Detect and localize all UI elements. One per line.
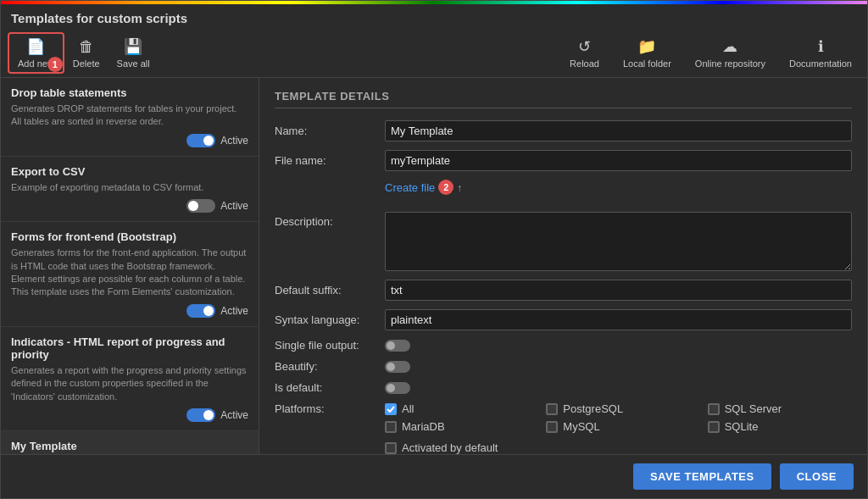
activated-by-default-label: Activated by default (402, 441, 498, 454)
single-file-output-toggle[interactable] (385, 340, 410, 352)
template-desc: Generates a report with the progress and… (11, 364, 248, 403)
toggle-knob (203, 136, 214, 146)
active-label: Active (220, 200, 248, 212)
platform-item-mariadb[interactable]: MariaDB (385, 420, 529, 433)
default-suffix-input[interactable] (385, 280, 852, 301)
platform-item-sqlserver[interactable]: SQL Server (708, 402, 852, 415)
toggle-knob (387, 384, 395, 392)
name-label: Name: (275, 125, 385, 137)
single-file-output-row: Single file output: (275, 339, 852, 352)
beautify-label: Beautify: (275, 360, 385, 373)
platform-item-postgresql[interactable]: PostgreSQL (546, 402, 690, 415)
is-default-label: Is default: (275, 381, 385, 394)
default-suffix-label: Default suffix: (275, 284, 385, 297)
active-toggle[interactable] (186, 199, 215, 213)
reload-label: Reload (570, 58, 599, 69)
toggle-row: Active (11, 134, 248, 147)
toolbar-badge: 1 (47, 57, 63, 72)
save-templates-button[interactable]: SAVE TEMPLATES (633, 463, 771, 490)
local-folder-button[interactable]: 📁 Local folder (615, 34, 680, 72)
toggle-knob (387, 341, 395, 350)
delete-button[interactable]: 🗑 Delete (64, 35, 108, 72)
beautify-toggle[interactable] (385, 361, 410, 373)
toggle-knob (203, 410, 214, 420)
beautify-row: Beautify: (275, 360, 852, 373)
toolbar: 📄 Add new 1 🗑 Delete 💾 Save all ↺ Reload… (1, 29, 867, 78)
save-all-icon: 💾 (124, 37, 142, 56)
name-row: Name: (275, 120, 852, 141)
save-all-button[interactable]: 💾 Save all (108, 34, 159, 72)
create-file-label: Create file (385, 181, 435, 194)
list-item[interactable]: Forms for front-end (Bootstrap) Generate… (1, 222, 259, 327)
list-item[interactable]: My Template Active (1, 431, 259, 454)
activated-by-default-checkbox[interactable] (385, 442, 397, 454)
section-title: TEMPLATE DETAILS (275, 90, 852, 108)
filename-value: myTemplate (385, 150, 852, 171)
toggle-row: Active (11, 304, 248, 318)
platform-checkbox-sqlserver[interactable] (708, 403, 720, 415)
delete-label: Delete (73, 58, 100, 69)
create-file-link[interactable]: Create file 2 (385, 180, 453, 195)
toggle-knob (387, 363, 395, 371)
template-title: My Template (11, 440, 248, 452)
platform-checkbox-mariadb[interactable] (385, 421, 397, 433)
syntax-language-row: Syntax language: (275, 309, 852, 330)
documentation-label: Documentation (789, 58, 852, 69)
template-desc: Example of exporting metadata to CSV for… (11, 181, 248, 194)
dialog: Templates for custom scripts 📄 Add new 1… (0, 0, 868, 499)
syntax-language-input[interactable] (385, 309, 852, 330)
is-default-toggle[interactable] (385, 382, 410, 394)
list-item[interactable]: Export to CSV Example of exporting metad… (1, 157, 259, 222)
delete-icon: 🗑 (79, 38, 94, 56)
platform-checkbox-sqlite[interactable] (708, 421, 720, 433)
active-toggle[interactable] (186, 304, 215, 318)
main-content: Drop table statements Generates DROP sta… (1, 78, 867, 454)
active-toggle[interactable] (186, 134, 215, 147)
online-repository-button[interactable]: ☁ Online repository (687, 34, 774, 72)
single-file-output-label: Single file output: (275, 339, 385, 352)
online-repository-label: Online repository (695, 58, 765, 69)
local-folder-label: Local folder (623, 58, 671, 69)
activated-by-default-row: Activated by default (385, 441, 852, 454)
template-title: Forms for front-end (Bootstrap) (11, 230, 248, 243)
platform-label: PostgreSQL (563, 402, 623, 415)
toolbar-right: ↺ Reload 📁 Local folder ☁ Online reposit… (561, 34, 860, 72)
active-label: Active (220, 409, 248, 421)
platform-checkbox-all[interactable] (385, 403, 397, 415)
template-title: Drop table statements (11, 86, 248, 99)
list-item[interactable]: Drop table statements Generates DROP sta… (1, 78, 259, 157)
reload-button[interactable]: ↺ Reload (561, 34, 608, 72)
documentation-button[interactable]: ℹ Documentation (781, 34, 860, 72)
template-title: Indicators - HTML report of progress and… (11, 335, 248, 361)
platform-grid: All PostgreSQL SQL Server MariaDB (385, 402, 852, 433)
platforms-label: Platforms: (275, 402, 385, 415)
bottom-bar: SAVE TEMPLATES CLOSE (1, 454, 867, 498)
template-title: Export to CSV (11, 165, 248, 178)
name-input[interactable] (385, 120, 852, 141)
platform-checkbox-mysql[interactable] (546, 421, 558, 433)
add-new-icon: 📄 (26, 37, 45, 56)
description-input[interactable] (385, 212, 852, 271)
documentation-icon: ℹ (818, 37, 824, 56)
reload-icon: ↺ (578, 37, 591, 56)
list-item[interactable]: Indicators - HTML report of progress and… (1, 327, 259, 431)
left-panel: Drop table statements Generates DROP sta… (1, 78, 259, 454)
platform-label: All (402, 402, 414, 415)
template-desc: Generates forms for the front-end applic… (11, 247, 248, 299)
save-all-label: Save all (117, 58, 150, 69)
platform-label: SQL Server (725, 402, 782, 415)
platform-item-sqlite[interactable]: SQLite (708, 420, 852, 433)
platform-item-all[interactable]: All (385, 402, 529, 415)
active-toggle[interactable] (186, 408, 215, 422)
is-default-row: Is default: (275, 381, 852, 394)
filename-row: File name: myTemplate (275, 150, 852, 171)
toggle-row: Active (11, 199, 248, 213)
local-folder-icon: 📁 (637, 37, 656, 56)
close-button[interactable]: CLOSE (780, 463, 854, 490)
platform-item-mysql[interactable]: MySQL (546, 420, 690, 433)
toggle-row: Active (11, 408, 248, 422)
platform-checkbox-postgresql[interactable] (546, 403, 558, 415)
active-label: Active (220, 135, 248, 147)
dialog-title: Templates for custom scripts (1, 4, 867, 29)
filename-label: File name: (275, 154, 385, 167)
